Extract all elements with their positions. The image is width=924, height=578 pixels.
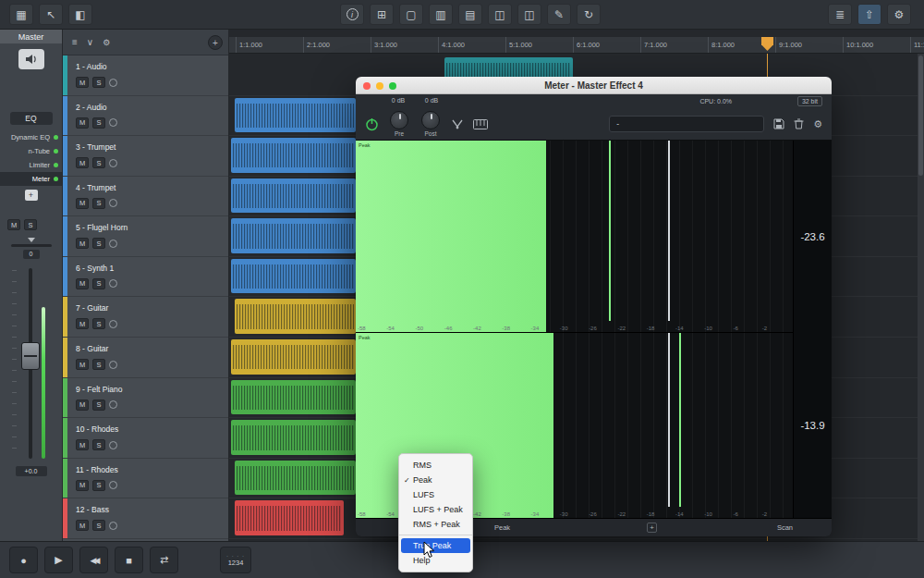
insert-power-icon[interactable] xyxy=(54,163,58,167)
record-arm-button[interactable] xyxy=(109,159,117,167)
menu-item[interactable]: Help xyxy=(399,553,472,568)
insert-slot[interactable]: Dynamic EQ xyxy=(0,130,62,144)
scrollbar-thumb[interactable] xyxy=(918,55,923,176)
range-tool-icon[interactable]: ◧ xyxy=(68,4,92,25)
audio-clip[interactable] xyxy=(231,218,356,253)
post-gain-knob[interactable] xyxy=(421,111,440,129)
menu-item[interactable]: RMS + Peak xyxy=(399,517,472,532)
mixer-panel-icon[interactable]: ≣ xyxy=(828,4,852,25)
audio-clip[interactable] xyxy=(231,420,356,455)
mute-button[interactable]: M xyxy=(76,400,89,411)
pan-slider[interactable] xyxy=(11,244,52,247)
record-arm-button[interactable] xyxy=(109,279,117,288)
track-header-row[interactable]: 11 - Rhodes M S xyxy=(63,459,228,499)
audio-clip[interactable] xyxy=(235,500,344,535)
record-arm-button[interactable] xyxy=(109,522,117,530)
audio-clip[interactable] xyxy=(231,380,356,415)
minimize-window-icon[interactable] xyxy=(376,82,383,90)
preset-selector[interactable]: - xyxy=(609,116,764,132)
mute-button[interactable]: M xyxy=(76,439,89,450)
track-header-row[interactable]: 12 - Bass M S xyxy=(63,498,228,539)
mute-button[interactable]: M xyxy=(76,520,89,531)
solo-button[interactable]: S xyxy=(92,117,105,129)
pan-control[interactable]: 0 xyxy=(9,238,54,259)
audio-clip[interactable] xyxy=(231,259,356,294)
fader-handle[interactable] xyxy=(21,342,40,370)
plugin-titlebar[interactable]: Meter - Master Effect 4 xyxy=(356,77,832,94)
record-arm-button[interactable] xyxy=(109,240,117,248)
solo-button[interactable]: S xyxy=(92,198,105,209)
loop-button[interactable]: ⇄ xyxy=(150,547,178,573)
expand-view-icon[interactable]: ▢ xyxy=(399,4,423,25)
solo-button[interactable]: S xyxy=(92,359,105,370)
track-settings-gear-icon[interactable]: ⚙ xyxy=(103,38,110,47)
save-preset-icon[interactable] xyxy=(773,118,784,129)
record-arm-button[interactable] xyxy=(109,400,117,409)
vertical-scrollbar[interactable] xyxy=(918,54,924,541)
insert-power-icon[interactable] xyxy=(54,135,58,140)
routing-icon[interactable]: ∨ xyxy=(87,37,93,47)
eq-button[interactable]: EQ xyxy=(10,112,53,125)
solo-button[interactable]: S xyxy=(92,480,105,491)
mute-button[interactable]: M xyxy=(76,278,89,289)
keyboard-icon[interactable] xyxy=(473,119,488,129)
insert-slot[interactable]: n-Tube xyxy=(0,144,62,158)
mute-button[interactable]: M xyxy=(76,480,89,491)
menu-item[interactable]: ✓ Peak xyxy=(399,473,472,487)
mute-button[interactable]: M xyxy=(76,157,89,168)
piano-view-icon[interactable]: ▥ xyxy=(429,4,453,25)
track-header-row[interactable]: 3 - Trumpet M S xyxy=(63,136,228,177)
track-header-row[interactable]: 7 - Guitar M S xyxy=(63,297,228,338)
master-mute-button[interactable]: M xyxy=(7,219,20,230)
editor-view-icon[interactable]: ◫ xyxy=(488,4,512,25)
track-header-row[interactable]: 9 - Felt Piano M S xyxy=(63,378,228,419)
insert-power-icon[interactable] xyxy=(54,149,58,154)
track-header-row[interactable]: 4 - Trumpet M S xyxy=(63,177,228,217)
play-button[interactable]: ▶ xyxy=(44,547,73,573)
solo-button[interactable]: S xyxy=(92,400,105,411)
record-arm-button[interactable] xyxy=(109,361,117,369)
info-icon[interactable]: i xyxy=(340,4,364,25)
grid-snap-icon[interactable]: ⊞ xyxy=(370,4,394,25)
record-arm-button[interactable] xyxy=(109,79,117,87)
solo-button[interactable]: S xyxy=(92,157,105,168)
audio-clip[interactable] xyxy=(231,339,356,375)
insert-slot[interactable]: Meter xyxy=(0,172,62,186)
insert-slot[interactable]: Limiter xyxy=(0,158,62,172)
solo-button[interactable]: S xyxy=(92,238,105,249)
audio-clip[interactable] xyxy=(231,138,356,173)
mix-view-icon[interactable]: ▦ xyxy=(9,4,33,25)
mute-button[interactable]: M xyxy=(76,359,89,370)
mute-button[interactable]: M xyxy=(76,238,89,249)
sidechain-routing-icon[interactable] xyxy=(451,118,464,129)
mute-button[interactable]: M xyxy=(76,77,89,88)
loop-follow-icon[interactable]: ↻ xyxy=(577,4,601,25)
zoom-window-icon[interactable] xyxy=(389,82,396,90)
precount-button[interactable]: · · · · 1234 xyxy=(220,547,251,573)
mute-button[interactable]: M xyxy=(76,318,89,329)
rewind-button[interactable]: ◀◀ xyxy=(79,547,108,573)
pencil-tool-icon[interactable]: ✎ xyxy=(547,4,571,25)
browser-view-icon[interactable]: ◫ xyxy=(517,4,541,25)
solo-button[interactable]: S xyxy=(92,318,105,329)
audio-clip[interactable] xyxy=(231,178,356,214)
timeline-ruler[interactable]: 1:1.0002:1.0003:1.0004:1.0005:1.0006:1.0… xyxy=(229,37,924,54)
record-arm-button[interactable] xyxy=(109,199,117,207)
stop-button[interactable]: ■ xyxy=(115,547,143,573)
track-header-row[interactable]: 2 - Audio M S xyxy=(63,96,228,137)
track-filter-icon[interactable]: ≡ xyxy=(72,37,78,47)
master-solo-button[interactable]: S xyxy=(24,219,37,230)
menu-item[interactable]: LUFS + Peak xyxy=(399,502,472,517)
scan-label[interactable]: Scan xyxy=(777,523,793,532)
menu-item[interactable]: LUFS xyxy=(399,487,472,502)
plugin-power-icon[interactable] xyxy=(365,117,379,131)
record-arm-button[interactable] xyxy=(109,441,117,449)
levels-view-icon[interactable]: ▤ xyxy=(458,4,482,25)
pre-gain-knob[interactable] xyxy=(390,111,408,129)
export-icon[interactable]: ⇧ xyxy=(857,4,881,25)
track-header-row[interactable]: 10 - Rhodes M S xyxy=(63,418,228,459)
menu-item[interactable]: RMS xyxy=(399,458,472,473)
close-window-icon[interactable] xyxy=(363,82,371,90)
record-arm-button[interactable] xyxy=(109,320,117,328)
add-track-button[interactable]: + xyxy=(208,35,223,50)
